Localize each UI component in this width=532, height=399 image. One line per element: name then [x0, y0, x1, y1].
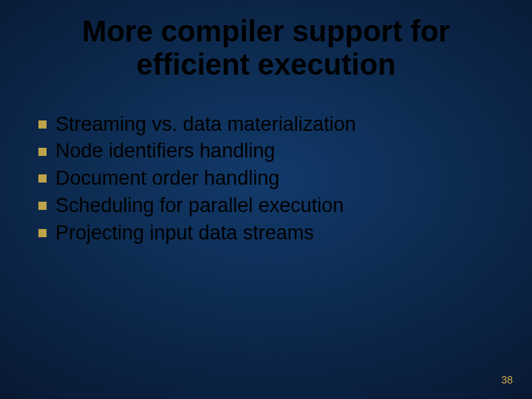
- list-item: Projecting input data streams: [38, 221, 532, 246]
- bullet-label: Document order handling: [55, 166, 279, 191]
- list-item: Node identifiers handling: [38, 139, 532, 164]
- bullet-label: Streaming vs. data materialization: [55, 112, 356, 137]
- title-line-2: efficient execution: [136, 48, 395, 81]
- square-bullet-icon: [38, 229, 47, 237]
- slide-title: More compiler support for efficient exec…: [0, 0, 532, 81]
- square-bullet-icon: [38, 148, 47, 156]
- slide-body: Streaming vs. data materialization Node …: [0, 81, 532, 246]
- square-bullet-icon: [38, 120, 47, 129]
- bullet-label: Scheduling for parallel execution: [55, 194, 344, 219]
- page-number: 38: [501, 374, 513, 386]
- square-bullet-icon: [38, 174, 47, 183]
- slide: More compiler support for efficient exec…: [0, 0, 532, 399]
- list-item: Scheduling for parallel execution: [38, 194, 532, 219]
- bullet-label: Node identifiers handling: [55, 139, 275, 164]
- list-item: Streaming vs. data materialization: [38, 112, 532, 137]
- title-line-1: More compiler support for: [82, 15, 450, 47]
- square-bullet-icon: [38, 202, 47, 210]
- bullet-label: Projecting input data streams: [55, 221, 314, 246]
- list-item: Document order handling: [38, 166, 532, 191]
